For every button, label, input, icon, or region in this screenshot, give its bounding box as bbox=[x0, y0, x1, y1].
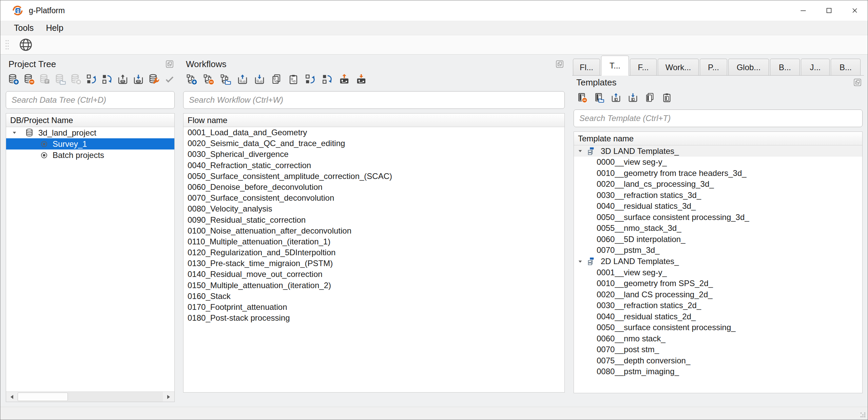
float-panel-icon[interactable] bbox=[853, 78, 862, 87]
minimize-button[interactable] bbox=[790, 0, 816, 21]
redo-button[interactable] bbox=[320, 72, 334, 87]
template-row[interactable]: 0001__view seg-y_ bbox=[574, 267, 862, 278]
tab-work[interactable]: Work... bbox=[658, 59, 699, 76]
menu-tools[interactable]: Tools bbox=[14, 23, 34, 33]
flow-row[interactable]: 0080_Velocity_analysis bbox=[184, 203, 564, 214]
copy-workflow-button[interactable] bbox=[269, 72, 284, 87]
flow-row[interactable]: 0110_Multiple_attenuation_(iteration_1) bbox=[184, 236, 564, 247]
add-database-button[interactable] bbox=[7, 72, 20, 87]
flow-row[interactable]: 0140_Residual_move_out_correction bbox=[184, 269, 564, 280]
close-button[interactable] bbox=[842, 0, 868, 21]
tab-j[interactable]: J... bbox=[801, 59, 830, 76]
flow-row[interactable]: 0150_Multiple_attenuation_(iteration_2) bbox=[184, 280, 564, 291]
template-row[interactable]: 0010__geometry from trace headers_3d_ bbox=[574, 168, 862, 179]
maximize-button[interactable] bbox=[816, 0, 842, 21]
template-row[interactable]: 0020__land CS processing_2d_ bbox=[574, 289, 862, 300]
flow-row[interactable]: 0130_Pre-stack_time_migraion_(PSTM) bbox=[184, 258, 564, 269]
template-row[interactable]: 0075__depth conversion_ bbox=[574, 355, 862, 366]
template-row[interactable]: 0060__5D interpolation_ bbox=[574, 234, 862, 245]
redo-button[interactable] bbox=[101, 72, 114, 87]
horizontal-scrollbar[interactable] bbox=[6, 392, 174, 402]
template-row[interactable]: 0070__pstm_3d_ bbox=[574, 245, 862, 256]
template-row[interactable]: 0050__surface consistent processing_ bbox=[574, 322, 862, 333]
paste-workflow-button[interactable] bbox=[286, 72, 301, 87]
flow-row[interactable]: 0040_Refraction_static_correction bbox=[184, 160, 564, 171]
open-workflow-button[interactable] bbox=[218, 72, 233, 87]
template-row[interactable]: 0080__pstm_imaging_ bbox=[574, 366, 862, 377]
template-row[interactable]: 0040__residual statics_3d_ bbox=[574, 201, 862, 212]
add-workflow-button[interactable] bbox=[185, 72, 199, 87]
flow-row[interactable]: 0050_Surface_consistent_amplitude_correc… bbox=[184, 171, 564, 182]
flow-row[interactable]: 0170_Footprint_attenuation bbox=[184, 302, 564, 313]
remove-database-button[interactable] bbox=[23, 72, 36, 87]
search-workflow-input[interactable] bbox=[183, 91, 565, 109]
fetch-workflow-button[interactable] bbox=[354, 72, 368, 87]
flow-row[interactable]: 0180_Post-stack processing bbox=[184, 313, 564, 323]
template-row[interactable]: 0000__view seg-y_ bbox=[574, 157, 862, 168]
flow-row[interactable]: 0060_Denoise_before_deconvolution bbox=[184, 182, 564, 193]
search-template-input[interactable] bbox=[574, 109, 863, 127]
flow-row[interactable]: 0070_Surface_consistent_deconvolution bbox=[184, 193, 564, 203]
tab-flows[interactable]: Fl... bbox=[573, 59, 600, 76]
tab-b2[interactable]: B... bbox=[831, 59, 861, 76]
tab-b1[interactable]: B... bbox=[770, 59, 800, 76]
flow-row[interactable]: 0090_Residual_static_correction bbox=[184, 215, 564, 225]
project-tree-column-header[interactable]: DB/Project Name bbox=[6, 114, 174, 127]
template-row[interactable]: 0060__nmo stack_ bbox=[574, 333, 862, 344]
globe-button[interactable] bbox=[17, 36, 34, 53]
undo-button[interactable] bbox=[303, 72, 317, 87]
remove-workflow-button[interactable] bbox=[201, 72, 216, 87]
expander-icon[interactable] bbox=[577, 148, 583, 154]
expander-icon[interactable] bbox=[12, 130, 17, 136]
template-row[interactable]: 0040__residual statics_2d_ bbox=[574, 311, 862, 322]
commit-workflow-button[interactable] bbox=[337, 72, 351, 87]
template-row[interactable]: 0020__land_cs_processing_3d_ bbox=[574, 179, 862, 190]
template-name-column-header[interactable]: Template name bbox=[574, 132, 862, 145]
flow-row[interactable]: 0030_Spherical_divergence bbox=[184, 149, 564, 160]
template-row[interactable]: 0050__surface consistent processing_3d_ bbox=[574, 212, 862, 223]
template-group-2d-land[interactable]: 2D LAND Templates_ bbox=[574, 256, 862, 267]
menu-help[interactable]: Help bbox=[46, 23, 63, 33]
template-row[interactable]: 0055__nmo_stack_3d_ bbox=[574, 223, 862, 234]
scrollbar-track[interactable] bbox=[68, 392, 163, 402]
template-group-3d-land[interactable]: 3D LAND Templates_ bbox=[574, 145, 862, 157]
template-row[interactable]: 0030__refraction statics_2d_ bbox=[574, 300, 862, 311]
tree-row-root[interactable]: 3d_land_project bbox=[6, 127, 174, 138]
copy-template-button[interactable] bbox=[643, 90, 657, 105]
import-database-button[interactable] bbox=[116, 72, 129, 87]
float-panel-icon[interactable] bbox=[165, 60, 174, 68]
flow-row[interactable]: 0160_Stack bbox=[184, 291, 564, 302]
tab-templates[interactable]: T... bbox=[601, 56, 629, 76]
flow-row[interactable]: 0120_Regularization_and_5DInterpoltion bbox=[184, 247, 564, 258]
float-panel-icon[interactable] bbox=[555, 60, 564, 68]
template-row[interactable]: 0010__geometry from SPS_2d_ bbox=[574, 278, 862, 289]
template-row[interactable]: 0070__post stm_ bbox=[574, 344, 862, 355]
resize-grip-icon[interactable] bbox=[861, 413, 866, 418]
apply-check-button[interactable] bbox=[163, 72, 176, 87]
database-tools-button[interactable] bbox=[148, 72, 160, 87]
export-template-button[interactable] bbox=[609, 90, 623, 105]
open-template-button[interactable] bbox=[592, 90, 606, 105]
undo-button[interactable] bbox=[85, 72, 98, 87]
tree-row-batch-projects[interactable]: Batch projects bbox=[6, 149, 174, 161]
tab-p[interactable]: P... bbox=[700, 59, 727, 76]
import-template-button[interactable] bbox=[626, 90, 640, 105]
flow-name-column-header[interactable]: Flow name bbox=[184, 114, 564, 127]
tab-global[interactable]: Glob... bbox=[728, 59, 769, 76]
template-row[interactable]: 0030__refraction statics_3d_ bbox=[574, 190, 862, 201]
remove-template-button[interactable] bbox=[575, 90, 589, 105]
flow-row[interactable]: 0001_Load_data_and_Geometry bbox=[184, 127, 564, 138]
toolbar-drag-handle[interactable] bbox=[4, 38, 10, 52]
export-database-button[interactable] bbox=[132, 72, 145, 87]
scrollbar-thumb[interactable] bbox=[18, 393, 68, 401]
paste-template-button[interactable] bbox=[660, 90, 674, 105]
tab-f[interactable]: F... bbox=[630, 59, 657, 76]
scroll-right-button[interactable] bbox=[163, 392, 174, 402]
search-data-tree-input[interactable] bbox=[6, 91, 175, 109]
export-workflow-button[interactable] bbox=[235, 72, 250, 87]
expander-icon[interactable] bbox=[577, 259, 583, 264]
scroll-left-button[interactable] bbox=[6, 392, 18, 402]
tree-row-survey-1[interactable]: Survey_1 bbox=[6, 138, 174, 149]
flow-row[interactable]: 0100_Noise_attenuation_after_deconvoluti… bbox=[184, 225, 564, 236]
flow-row[interactable]: 0020_Seismic_data_QC_and_trace_editing bbox=[184, 138, 564, 149]
